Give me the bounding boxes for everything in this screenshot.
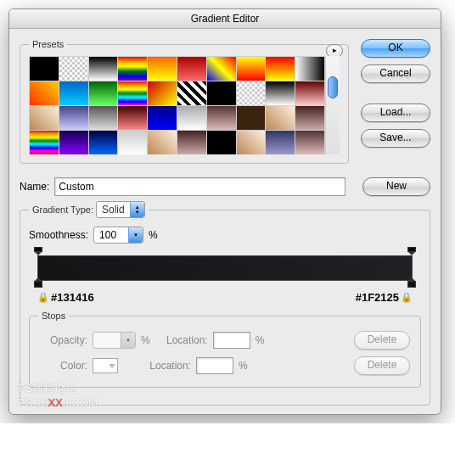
preset-swatch[interactable] [207,131,236,154]
preset-swatch[interactable] [118,106,147,130]
presets-scrollbar[interactable] [325,56,340,154]
select-arrows-icon: ▲▼ [130,202,144,217]
opacity-location-input [213,332,250,349]
preset-swatch[interactable] [59,131,88,154]
gradient-type-panel: Gradient Type: Solid ▲▼ Smoothness: 100 … [20,201,430,406]
new-button[interactable]: New [362,177,430,196]
preset-swatch[interactable] [89,81,118,105]
titlebar[interactable]: Gradient Editor [9,9,441,29]
lock-icon: 🔒 [37,292,49,303]
preset-swatch[interactable] [295,131,324,154]
gradient-bar-wrap [29,250,421,283]
delete-color-button: Delete [354,356,410,375]
lock-icon: 🔒 [401,292,413,303]
presets-grid [29,56,325,154]
name-label: Name: [20,181,49,193]
scrollbar-thumb[interactable] [328,76,338,98]
preset-swatch[interactable] [148,106,177,130]
preset-swatch[interactable] [295,106,324,130]
stops-panel: Stops Opacity: ▼ % Location: % Delete Co… [29,311,421,388]
preset-swatch[interactable] [237,131,266,154]
preset-swatch[interactable] [118,81,147,105]
color-location-input [196,357,233,374]
preset-swatch[interactable] [237,81,266,105]
preset-swatch[interactable] [89,57,118,81]
opacity-stop-label: Opacity: [40,334,87,346]
load-button[interactable]: Load... [361,104,430,122]
preset-swatch[interactable] [266,81,295,105]
preset-swatch[interactable] [177,131,206,154]
gradient-editor-dialog: Gradient Editor Presets ▸ OK Cancel Load… [8,8,441,415]
color-stop-left[interactable] [34,277,42,288]
chevron-down-icon [109,364,115,368]
color-well [93,358,118,373]
preset-swatch[interactable] [148,131,177,154]
presets-panel: Presets ▸ [20,39,349,164]
ok-button[interactable]: OK [361,39,430,58]
preset-swatch[interactable] [237,106,266,130]
preset-swatch[interactable] [177,106,206,130]
presets-legend: Presets [29,39,67,49]
name-input[interactable] [54,177,345,196]
preset-swatch[interactable] [89,106,118,130]
preset-swatch[interactable] [266,57,295,81]
preset-swatch[interactable] [207,81,236,105]
preset-swatch[interactable] [30,57,59,81]
delete-opacity-button: Delete [354,331,410,350]
preset-swatch[interactable] [266,131,295,154]
left-hex: #131416 [51,291,94,304]
opacity-stop-left[interactable] [34,247,42,255]
opacity-stop-right[interactable] [407,247,416,255]
preset-swatch[interactable] [59,81,88,105]
preset-swatch[interactable] [59,106,88,130]
preset-swatch[interactable] [177,81,206,105]
stops-legend: Stops [38,311,69,321]
dropdown-arrow-icon: ▼ [121,333,135,348]
preset-swatch[interactable] [148,57,177,81]
preset-swatch[interactable] [295,81,324,105]
opacity-stop-input: ▼ [93,332,136,349]
gradient-type-legend: Gradient Type: Solid ▲▼ [29,201,149,218]
save-button[interactable]: Save... [361,129,430,148]
preset-swatch[interactable] [207,106,236,130]
preset-swatch[interactable] [148,81,177,105]
location-label: Location: [138,360,191,372]
preset-swatch[interactable] [295,57,324,81]
smoothness-input[interactable]: 100 ▼ [93,227,143,244]
preset-swatch[interactable] [237,57,266,81]
smoothness-label: Smoothness: [29,229,88,241]
location-label: Location: [155,334,208,346]
preset-swatch[interactable] [118,131,147,154]
preset-swatch[interactable] [30,131,59,154]
preset-swatch[interactable] [266,106,295,130]
preset-swatch[interactable] [177,57,206,81]
gradient-bar[interactable] [37,255,413,281]
color-stop-right[interactable] [407,277,416,288]
preset-swatch[interactable] [118,57,147,81]
preset-swatch[interactable] [30,106,59,130]
preset-swatch[interactable] [59,57,88,81]
smoothness-unit: % [149,229,158,241]
color-stop-label: Color: [40,360,87,372]
preset-swatch[interactable] [30,81,59,105]
preset-swatch[interactable] [207,57,236,81]
right-hex: #1F2125 [356,291,399,304]
gradient-type-select[interactable]: Solid ▲▼ [96,201,145,218]
dropdown-arrow-icon: ▼ [128,227,143,243]
cancel-button[interactable]: Cancel [361,64,430,83]
preset-swatch[interactable] [89,131,118,154]
